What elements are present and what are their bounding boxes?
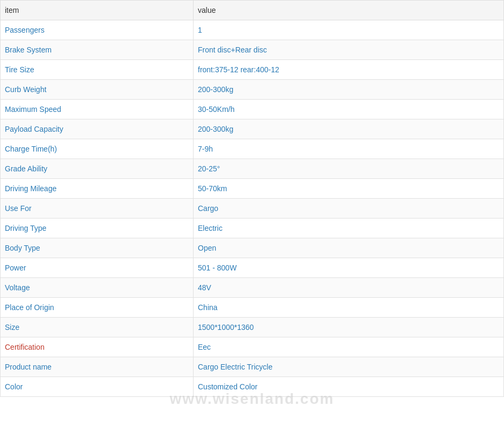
specs-table: item value Passengers1Brake SystemFront … (0, 0, 504, 397)
row-value: Cargo (194, 199, 504, 219)
table-row: ColorCustomized Color (1, 377, 504, 397)
row-item: Voltage (1, 278, 194, 298)
table-row: Use ForCargo (1, 199, 504, 219)
row-value: 200-300kg (194, 119, 504, 139)
row-item: Driving Type (1, 219, 194, 238)
table-row: Maximum Speed30-50Km/h (1, 100, 504, 119)
row-item: Size (1, 318, 194, 337)
row-value: 1 (194, 20, 504, 40)
row-item: Brake System (1, 40, 194, 60)
row-value: China (194, 298, 504, 318)
table-row: Driving TypeElectric (1, 219, 504, 238)
table-row: Passengers1 (1, 20, 504, 40)
table-row: Charge Time(h)7-9h (1, 139, 504, 159)
table-row: Driving Mileage50-70km (1, 179, 504, 199)
row-value: Electric (194, 219, 504, 238)
row-item: Product name (1, 357, 194, 377)
table-row: Size1500*1000*1360 (1, 318, 504, 337)
row-value: Cargo Electric Tricycle (194, 357, 504, 377)
header-value: value (194, 1, 504, 20)
table-row: Tire Sizefront:375-12 rear:400-12 (1, 60, 504, 80)
table-row: Payload Capacity200-300kg (1, 119, 504, 139)
table-row: Product nameCargo Electric Tricycle (1, 357, 504, 377)
row-item: Color (1, 377, 194, 397)
row-item: Driving Mileage (1, 179, 194, 199)
row-item: Charge Time(h) (1, 139, 194, 159)
row-item: Use For (1, 199, 194, 219)
row-value: 50-70km (194, 179, 504, 199)
row-item: Body Type (1, 238, 194, 258)
row-item: Tire Size (1, 60, 194, 80)
row-value: Open (194, 238, 504, 258)
row-value: 20-25° (194, 159, 504, 179)
table-row: Grade Ability20-25° (1, 159, 504, 179)
row-value: 501 - 800W (194, 258, 504, 278)
table-header-row: item value (1, 1, 504, 20)
row-item: Place of Origin (1, 298, 194, 318)
row-value: 200-300kg (194, 80, 504, 100)
row-value: 7-9h (194, 139, 504, 159)
row-value: 30-50Km/h (194, 100, 504, 119)
table-row: Voltage48V (1, 278, 504, 298)
row-item: Curb Weight (1, 80, 194, 100)
row-item: Maximum Speed (1, 100, 194, 119)
table-row: Curb Weight200-300kg (1, 80, 504, 100)
row-value: Front disc+Rear disc (194, 40, 504, 60)
row-value: Eec (194, 337, 504, 357)
row-value: front:375-12 rear:400-12 (194, 60, 504, 80)
table-row: Power501 - 800W (1, 258, 504, 278)
table-row: Place of OriginChina (1, 298, 504, 318)
row-value: 48V (194, 278, 504, 298)
row-item: Certification (1, 337, 194, 357)
row-item: Power (1, 258, 194, 278)
table-row: Brake SystemFront disc+Rear disc (1, 40, 504, 60)
table-row: CertificationEec (1, 337, 504, 357)
row-value: Customized Color (194, 377, 504, 397)
row-item: Payload Capacity (1, 119, 194, 139)
row-item: Grade Ability (1, 159, 194, 179)
header-item: item (1, 1, 194, 20)
table-row: Body TypeOpen (1, 238, 504, 258)
row-value: 1500*1000*1360 (194, 318, 504, 337)
row-item: Passengers (1, 20, 194, 40)
